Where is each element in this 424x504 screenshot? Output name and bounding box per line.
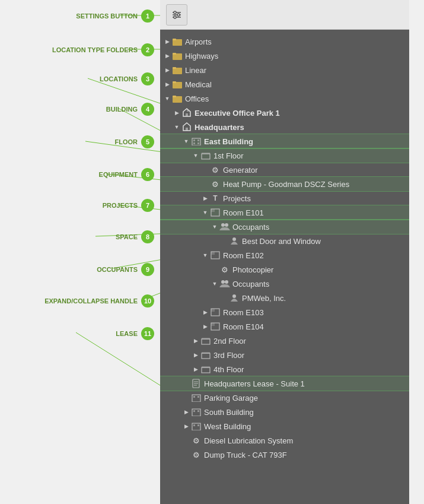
annotation-label-8: SPACE [116, 233, 138, 240]
tree-node-dump-truck[interactable]: ▶ ⚙ Dump Truck - CAT 793F [160, 448, 409, 462]
svg-rect-25 [173, 81, 176, 83]
equipment-icon-dump-truck: ⚙ [191, 449, 202, 460]
tree-node-offices[interactable]: ▼ Offices [160, 91, 409, 106]
tree-node-room-e102[interactable]: ▼ Room E102 [160, 248, 409, 262]
node-label-south-building: South Building [204, 408, 254, 417]
tree-node-parking-garage[interactable]: ▶ Parking Garage [160, 391, 409, 405]
expand-icon-offices[interactable]: ▼ [162, 94, 172, 103]
annotation-settings: SETTINGS BUTTON 1 [76, 9, 154, 23]
svg-rect-66 [193, 410, 195, 412]
svg-point-41 [225, 223, 228, 227]
svg-rect-34 [193, 142, 195, 144]
folder-type-icon-medical [172, 79, 183, 90]
tree-container[interactable]: ▶ Airports ▶ Highways ▶ Linear [160, 30, 409, 504]
floor-icon-2nd [200, 335, 211, 346]
room-icon-e104 [210, 321, 221, 332]
tree-node-south-building[interactable]: ▶ South Building [160, 405, 409, 419]
svg-point-47 [232, 294, 236, 298]
tree-node-2nd-floor[interactable]: ▶ 2nd Floor [160, 334, 409, 348]
expand-icon-room-e102[interactable]: ▼ [200, 251, 210, 260]
tree-node-projects[interactable]: ▶ T Projects [160, 191, 409, 205]
tree-node-diesel[interactable]: ▶ ⚙ Diesel Lubrication System [160, 433, 409, 448]
expand-icon-highways[interactable]: ▶ [162, 51, 172, 61]
tree-node-room-e104[interactable]: ▶ Room E104 [160, 319, 409, 334]
expand-icon-1st-floor[interactable]: ▼ [191, 151, 200, 160]
location-icon-hq [181, 122, 192, 132]
tree-node-highways[interactable]: ▶ Highways [160, 49, 409, 63]
node-label-occupants-e101: Occupants [232, 223, 269, 232]
expand-icon-room-e103[interactable]: ▶ [200, 308, 210, 317]
svg-rect-32 [193, 140, 195, 141]
svg-rect-39 [211, 209, 215, 212]
tree-node-east-building[interactable]: ▼ East Building [160, 134, 409, 148]
expand-icon-2nd-floor[interactable]: ▶ [191, 336, 200, 345]
node-label-photocopier: Photocopier [232, 265, 273, 274]
svg-rect-57 [202, 366, 210, 368]
svg-rect-31 [192, 138, 200, 145]
annotation-location-folders: LOCATION TYPE FOLDERS 2 [52, 43, 154, 56]
svg-rect-52 [202, 339, 210, 344]
tree-node-photocopier[interactable]: ▶ ⚙ Photocopier [160, 262, 409, 277]
expand-icon-airports[interactable]: ▶ [162, 37, 172, 46]
tree-node-generator[interactable]: ▶ ⚙ Generator [160, 163, 409, 177]
tree-node-medical[interactable]: ▶ Medical [160, 77, 409, 91]
expand-icon-west-building[interactable]: ▶ [181, 421, 191, 431]
node-label-hq: Headquarters [195, 123, 244, 132]
node-label-exec: Executive Office Park 1 [195, 109, 280, 118]
tree-node-4th-floor[interactable]: ▶ 4th Floor [160, 362, 409, 376]
tree-node-best-door[interactable]: ▶ Best Door and Window [160, 234, 409, 248]
node-label-generator: Generator [223, 166, 258, 175]
tree-node-headquarters[interactable]: ▼ Headquarters [160, 120, 409, 134]
expand-icon-medical[interactable]: ▶ [162, 80, 172, 89]
room-icon-e102 [210, 250, 221, 261]
tree-node-occupants-e102[interactable]: ▼ Occupants [160, 277, 409, 291]
tree-node-hq-lease[interactable]: ▶ Headquarters Lease - Suite 1 [160, 376, 409, 391]
node-label-highways: Highways [185, 52, 218, 61]
tree-node-heat-pump[interactable]: ▶ ⚙ Heat Pump - Goodman DSCZ Series [160, 177, 409, 191]
svg-rect-44 [211, 252, 215, 255]
tree-node-1st-floor[interactable]: ▼ 1st Floor [160, 148, 409, 163]
tree-node-room-e101[interactable]: ▼ Room E101 [160, 205, 409, 220]
annotation-badge-9: 9 [141, 263, 154, 276]
tree-node-west-building[interactable]: ▶ West Building [160, 419, 409, 433]
expand-icon-room-e104[interactable]: ▶ [200, 322, 210, 331]
expand-icon-occupants-e102[interactable]: ▼ [210, 279, 219, 289]
expand-icon-hq[interactable]: ▼ [172, 122, 181, 132]
annotation-label-10: EXPAND/COLLAPSE HANDLE [44, 297, 138, 305]
expand-icon-room-e101[interactable]: ▼ [200, 208, 210, 217]
expand-icon-4th-floor[interactable]: ▶ [191, 364, 200, 374]
project-icon: T [210, 193, 221, 204]
annotation-badge-1: 1 [141, 9, 154, 23]
settings-button[interactable] [166, 4, 187, 26]
node-label-medical: Medical [185, 80, 212, 89]
svg-rect-55 [202, 352, 210, 354]
tree-node-pmweb[interactable]: ▶ PMWeb, Inc. [160, 291, 409, 305]
annotation-badge-8: 8 [141, 230, 154, 243]
expand-icon-south-building[interactable]: ▶ [181, 407, 191, 417]
expand-icon-linear[interactable]: ▶ [162, 65, 172, 75]
node-label-parking-garage: Parking Garage [204, 394, 258, 402]
annotation-equipment: EQUIPMENT 6 [99, 168, 154, 181]
building-icon-west [191, 421, 202, 432]
node-label-room-e104: Room E104 [223, 322, 264, 331]
expand-icon-3rd-floor[interactable]: ▶ [191, 350, 200, 360]
svg-rect-64 [197, 396, 199, 398]
tree-node-exec-office-park[interactable]: ▶ Executive Office Park 1 [160, 106, 409, 120]
expand-icon-projects[interactable]: ▶ [200, 194, 210, 203]
tree-node-3rd-floor[interactable]: ▶ 3rd Floor [160, 348, 409, 362]
node-label-offices: Offices [185, 94, 209, 103]
folder-type-icon-linear [172, 65, 183, 75]
tree-node-linear[interactable]: ▶ Linear [160, 63, 409, 77]
building-icon-south [191, 407, 202, 417]
tree-node-room-e103[interactable]: ▶ Room E103 [160, 305, 409, 319]
node-label-hq-lease: Headquarters Lease - Suite 1 [204, 379, 305, 388]
svg-point-42 [232, 237, 236, 241]
expand-icon-exec[interactable]: ▶ [172, 108, 181, 118]
equipment-icon-photocopier: ⚙ [219, 264, 230, 275]
expand-icon-occupants-e101[interactable]: ▼ [210, 222, 219, 232]
tree-node-airports[interactable]: ▶ Airports [160, 34, 409, 49]
folder-type-icon-highways [172, 50, 183, 61]
building-icon-parking [191, 392, 202, 403]
expand-icon-east-building[interactable]: ▼ [181, 137, 191, 146]
tree-node-occupants-e101[interactable]: ▼ Occupants [160, 220, 409, 234]
